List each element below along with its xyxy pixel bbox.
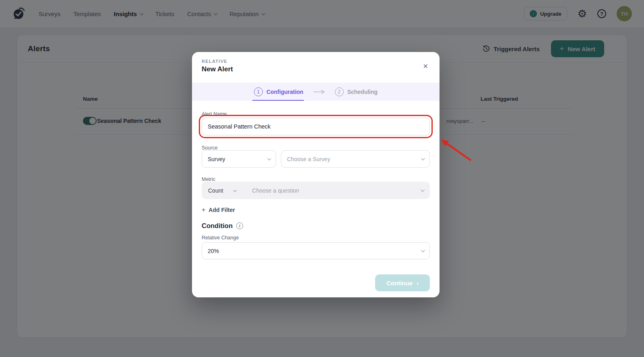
chevron-down-icon xyxy=(267,156,271,160)
source-label: Source xyxy=(202,145,218,151)
alert-name-field-wrap xyxy=(202,118,430,135)
relative-change-select[interactable]: 20% xyxy=(202,242,430,259)
metric-aggregation-value: Count xyxy=(208,187,223,194)
relative-change-value: 20% xyxy=(208,248,219,254)
continue-button[interactable]: Continue › xyxy=(375,274,430,291)
chevron-down-icon xyxy=(421,156,425,160)
active-step-underline xyxy=(252,100,304,101)
new-alert-modal: RELATIVE New Alert ✕ 1 Configuration 2 S… xyxy=(192,52,440,297)
app-window: Surveys Templates Insights Tickets Conta… xyxy=(0,0,644,357)
modal-title: New Alert xyxy=(202,65,233,73)
continue-arrow-icon: › xyxy=(417,280,419,286)
step-label: Scheduling xyxy=(347,89,378,95)
condition-title: Condition xyxy=(202,222,233,230)
wizard-steps: 1 Configuration 2 Scheduling xyxy=(192,83,440,101)
step-arrow-icon xyxy=(313,90,325,94)
source-type-select[interactable]: Survey xyxy=(202,150,276,168)
metric-label: Metric xyxy=(202,176,215,182)
alert-name-label: Alert Name xyxy=(202,111,227,117)
chevron-down-icon xyxy=(421,188,425,192)
chevron-down-icon xyxy=(233,189,237,192)
step-label: Configuration xyxy=(266,89,303,95)
survey-select[interactable]: Choose a Survey xyxy=(281,150,430,168)
source-type-value: Survey xyxy=(208,156,225,162)
step-configuration[interactable]: 1 Configuration xyxy=(254,87,303,96)
add-filter-label: Add Filter xyxy=(208,207,235,213)
metric-select[interactable]: Count Choose a question xyxy=(202,182,430,199)
survey-select-placeholder: Choose a Survey xyxy=(287,156,330,162)
condition-section-header: Condition i xyxy=(202,222,243,230)
alert-name-input[interactable] xyxy=(202,118,430,135)
close-icon[interactable]: ✕ xyxy=(423,63,428,70)
metric-question-placeholder: Choose a question xyxy=(252,187,299,194)
step-number: 2 xyxy=(335,87,344,96)
relative-change-label: Relative Change xyxy=(202,235,239,241)
step-number: 1 xyxy=(254,87,263,96)
continue-label: Continue xyxy=(386,280,413,286)
plus-icon: + xyxy=(202,206,205,214)
info-icon[interactable]: i xyxy=(236,222,243,229)
chevron-down-icon xyxy=(421,248,425,252)
step-scheduling[interactable]: 2 Scheduling xyxy=(335,87,378,96)
modal-eyebrow: RELATIVE xyxy=(202,59,227,64)
add-filter-button[interactable]: + Add Filter xyxy=(202,206,235,214)
